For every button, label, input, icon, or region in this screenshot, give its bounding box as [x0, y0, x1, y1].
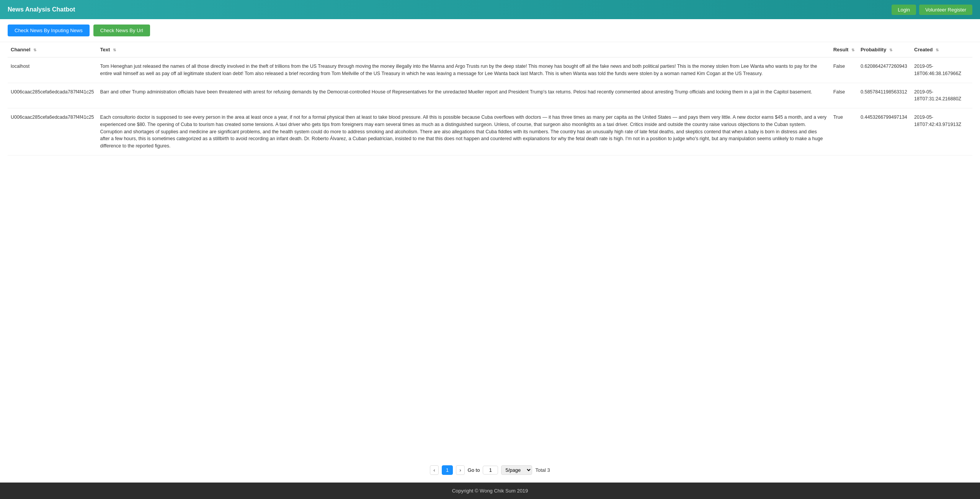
cell-text: Each consultorio doctor is supposed to s… [97, 108, 830, 155]
cell-channel: U006caac285cefa6edcada787f4f41c25 [8, 83, 97, 108]
sort-icon-result: ⇅ [851, 48, 854, 52]
table-row: U006caac285cefa6edcada787f4f41c25Each co… [8, 108, 972, 155]
cell-text: Barr and other Trump administration offi… [97, 83, 830, 108]
sort-icon-channel: ⇅ [33, 48, 36, 52]
footer-text: Copyright © Wong Chik Sum 2019 [452, 488, 528, 494]
footer: Copyright © Wong Chik Sum 2019 [0, 483, 980, 499]
sort-icon-text: ⇅ [113, 48, 116, 52]
page-1-button[interactable]: 1 [442, 465, 453, 475]
cell-channel: U006caac285cefa6edcada787f4f41c25 [8, 108, 97, 155]
cell-created: 2019-05-18T07:42:43.971913Z [911, 108, 972, 155]
total-label: Total 3 [535, 467, 550, 473]
cell-probability: 0.4453266799497134 [858, 108, 911, 155]
cell-created: 2019-05-18T07:31:24.216880Z [911, 83, 972, 108]
col-header-channel[interactable]: Channel ⇅ [8, 42, 97, 57]
cell-channel: localhost [8, 57, 97, 83]
volunteer-register-button[interactable]: Volunteer Register [919, 5, 972, 15]
header: News Analysis Chatbot Login Volunteer Re… [0, 0, 980, 19]
login-button[interactable]: Login [892, 5, 916, 15]
sort-icon-probability: ⇅ [889, 48, 892, 52]
check-news-url-button[interactable]: Check News By Url [93, 25, 150, 36]
table-body: localhostTom Heneghan just released the … [8, 57, 972, 155]
pagination: ‹ 1 › Go to 5/page 10/page 20/page Total… [0, 459, 980, 483]
cell-probability: 0.6208642477260943 [858, 57, 911, 83]
go-to-input[interactable] [483, 466, 498, 474]
cell-result: True [830, 108, 858, 155]
check-news-input-button[interactable]: Check News By Inputing News [8, 25, 90, 36]
app-title: News Analysis Chatbot [8, 6, 75, 13]
prev-page-button[interactable]: ‹ [430, 465, 438, 475]
col-header-probability[interactable]: Probability ⇅ [858, 42, 911, 57]
news-table: Channel ⇅ Text ⇅ Result ⇅ Probability ⇅ … [8, 42, 972, 155]
cell-probability: 0.5857841198563312 [858, 83, 911, 108]
cell-result: False [830, 83, 858, 108]
per-page-select[interactable]: 5/page 10/page 20/page [501, 465, 532, 475]
table-row: U006caac285cefa6edcada787f4f41c25Barr an… [8, 83, 972, 108]
col-header-created[interactable]: Created ⇅ [911, 42, 972, 57]
go-to-label: Go to [468, 467, 480, 473]
cell-created: 2019-05-18T06:46:38.167966Z [911, 57, 972, 83]
news-table-container: Channel ⇅ Text ⇅ Result ⇅ Probability ⇅ … [0, 42, 980, 459]
header-buttons: Login Volunteer Register [892, 5, 972, 15]
col-header-text[interactable]: Text ⇅ [97, 42, 830, 57]
table-header: Channel ⇅ Text ⇅ Result ⇅ Probability ⇅ … [8, 42, 972, 57]
cell-text: Tom Heneghan just released the names of … [97, 57, 830, 83]
table-row: localhostTom Heneghan just released the … [8, 57, 972, 83]
sort-icon-created: ⇅ [936, 48, 939, 52]
col-header-result[interactable]: Result ⇅ [830, 42, 858, 57]
next-page-button[interactable]: › [456, 465, 464, 475]
cell-result: False [830, 57, 858, 83]
toolbar: Check News By Inputing News Check News B… [0, 19, 980, 42]
